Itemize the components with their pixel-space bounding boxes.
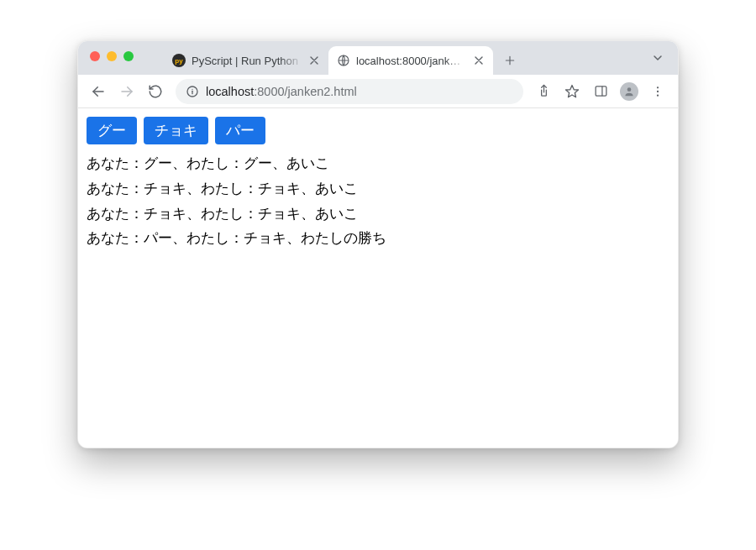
toolbar-right — [530, 78, 671, 105]
svg-point-11 — [657, 86, 659, 88]
maximize-window-button[interactable] — [123, 51, 134, 61]
site-info-icon[interactable] — [186, 85, 199, 98]
forward-button[interactable] — [113, 78, 140, 105]
tab-strip: py PyScript | Run Python … localhost:800… — [164, 41, 522, 75]
result-line: あなた：チョキ、わたし：チョキ、あいこ — [87, 176, 669, 202]
url-text: localhost:8000/janken2.html — [206, 85, 513, 98]
result-log: あなた：グー、わたし：グー、あいこ あなた：チョキ、わたし：チョキ、あいこ あな… — [87, 151, 669, 251]
tab-title: PyScript | Run Python … — [192, 55, 302, 67]
bookmark-button[interactable] — [559, 78, 585, 105]
janken-buttons: グー チョキ パー — [87, 117, 669, 144]
close-tab-icon[interactable] — [473, 55, 485, 66]
pyscript-favicon-icon: py — [172, 54, 186, 67]
result-line: あなた：パー、わたし：チョキ、わたしの勝ち — [87, 226, 669, 251]
address-bar[interactable]: localhost:8000/janken2.html — [176, 79, 523, 104]
close-window-button[interactable] — [90, 51, 100, 61]
tab-pyscript[interactable]: py PyScript | Run Python … — [164, 46, 328, 75]
svg-marker-7 — [566, 85, 579, 97]
minimize-window-button[interactable] — [107, 51, 117, 61]
back-button[interactable] — [85, 78, 112, 105]
svg-point-12 — [657, 90, 659, 92]
share-button[interactable] — [530, 78, 557, 105]
new-tab-button[interactable] — [498, 49, 522, 72]
tab-overflow-button[interactable] — [646, 46, 669, 70]
avatar-icon — [620, 82, 638, 101]
profile-button[interactable] — [616, 78, 643, 105]
side-panel-button[interactable] — [587, 78, 614, 105]
globe-favicon-icon — [337, 54, 350, 67]
tab-title: localhost:8000/jank… — [356, 55, 467, 67]
paper-button[interactable]: パー — [215, 117, 265, 144]
browser-window: py PyScript | Run Python … localhost:800… — [77, 40, 679, 448]
svg-point-10 — [627, 87, 632, 92]
page-content: グー チョキ パー あなた：グー、わたし：グー、あいこ あなた：チョキ、わたし：… — [78, 108, 678, 448]
menu-button[interactable] — [644, 78, 671, 105]
toolbar: localhost:8000/janken2.html — [78, 75, 678, 108]
window-controls — [90, 51, 134, 61]
tab-localhost[interactable]: localhost:8000/jank… — [328, 46, 493, 75]
result-line: あなた：チョキ、わたし：チョキ、あいこ — [87, 202, 669, 227]
result-line: あなた：グー、わたし：グー、あいこ — [87, 151, 669, 176]
svg-point-13 — [657, 94, 659, 96]
reload-button[interactable] — [142, 78, 169, 105]
scissors-button[interactable]: チョキ — [144, 117, 208, 144]
titlebar: py PyScript | Run Python … localhost:800… — [78, 41, 678, 75]
close-tab-icon[interactable] — [308, 55, 320, 66]
svg-rect-8 — [596, 86, 606, 96]
rock-button[interactable]: グー — [87, 117, 137, 144]
